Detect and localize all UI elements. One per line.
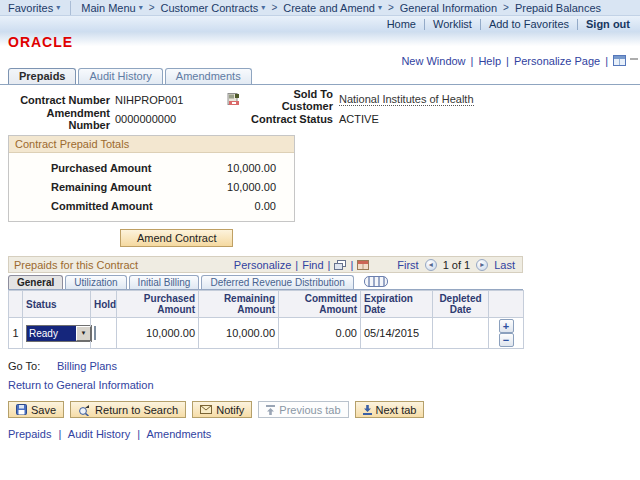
breadcrumb-prepaid-balances[interactable]: Prepaid Balances (515, 2, 601, 14)
return-to-search-label: Return to Search (95, 404, 178, 416)
scrollbar-artifact (630, 58, 638, 60)
worklist-link[interactable]: Worklist (433, 18, 472, 30)
breadcrumb-general-information[interactable]: General Information (400, 2, 497, 14)
amend-contract-button[interactable]: Amend Contract (120, 229, 233, 247)
col-purchased-amount: Purchased Amount (117, 291, 199, 318)
delete-row-button[interactable]: − (499, 333, 514, 347)
remaining-amount-value: 10,000.00 (227, 181, 276, 193)
subtab-initial-billing[interactable]: Initial Billing (129, 275, 200, 289)
billing-plans-link[interactable]: Billing Plans (57, 360, 117, 372)
add-to-favorites-link[interactable]: Add to Favorites (489, 18, 569, 30)
subtab-utilization[interactable]: Utilization (65, 275, 126, 289)
dropdown-arrow-icon[interactable]: ▼ (76, 326, 91, 341)
divider (577, 19, 578, 30)
contract-status-value: ACTIVE (339, 113, 379, 125)
footer-amendments-link[interactable]: Amendments (147, 428, 212, 440)
notify-button[interactable]: Notify (192, 401, 252, 418)
contract-summary-icon[interactable] (227, 93, 241, 106)
purchased-cell: 10,000.00 (117, 318, 199, 349)
favorites-label: Favorites (8, 2, 53, 14)
breadcrumb-separator: > (503, 2, 509, 13)
amendment-number-value: 0000000000 (115, 113, 227, 125)
download-grid-icon[interactable] (357, 260, 369, 270)
chevron-down-icon: ▾ (56, 3, 60, 12)
previous-tab-button[interactable]: Previous tab (258, 401, 348, 418)
col-depleted-date: Depleted Date (433, 291, 489, 318)
grid-title: Prepaids for this Contract (14, 259, 138, 271)
home-link[interactable]: Home (387, 18, 416, 30)
show-all-columns-icon[interactable] (364, 276, 388, 287)
contract-status-label: Contract Status (245, 113, 333, 125)
sold-to-customer-link[interactable]: National Institutes of Health (339, 93, 474, 106)
amendment-number-label: Amendment Number (8, 107, 110, 131)
prepaids-grid-section: Prepaids for this Contract Personalize |… (8, 256, 523, 349)
help-link[interactable]: Help (478, 55, 501, 67)
grid-subtabs: General Utilization Initial Billing Defe… (8, 273, 523, 290)
row-number: 1 (9, 318, 23, 349)
personalize-layout-icon[interactable] (613, 55, 626, 66)
footer-audit-history-link[interactable]: Audit History (68, 428, 130, 440)
committed-amount-value: 0.00 (255, 200, 276, 212)
favorites-menu[interactable]: Favorites ▾ (8, 2, 60, 14)
page-indicator: 1 of 1 (443, 259, 471, 271)
personalize-link[interactable]: Personalize (234, 259, 291, 271)
breadcrumb-main-menu[interactable]: Main Menu ▾ (81, 2, 142, 14)
previous-row-icon[interactable]: ◂ (425, 259, 437, 271)
return-to-search-icon (78, 404, 91, 416)
col-expiration-date: Expiration Date (361, 291, 433, 318)
breadcrumb: Favorites ▾ Main Menu ▾ > Customer Contr… (0, 0, 640, 16)
col-status: Status (23, 291, 91, 318)
sign-out-link[interactable]: Sign out (586, 18, 630, 30)
group-box-title: Contract Prepaid Totals (9, 136, 294, 153)
tab-audit-history[interactable]: Audit History (78, 68, 162, 84)
go-to-label: Go To: (8, 360, 57, 372)
breadcrumb-label: Create and Amend (283, 2, 375, 14)
page-links-bar: New Window | Help | Personalize Page | (0, 53, 640, 68)
breadcrumb-separator: > (149, 2, 155, 13)
page-tabs: Prepaids Audit History Amendments (0, 68, 640, 85)
save-button[interactable]: Save (8, 401, 64, 418)
footer-prepaids-link[interactable]: Prepaids (8, 428, 51, 440)
add-row-button[interactable]: + (499, 319, 514, 333)
save-label: Save (31, 404, 56, 416)
first-link[interactable]: First (397, 259, 418, 271)
status-selected-value: Ready (27, 326, 76, 341)
contract-prepaid-totals-box: Contract Prepaid Totals Purchased Amount… (8, 135, 295, 222)
spacer (227, 112, 241, 125)
personalize-page-link[interactable]: Personalize Page (514, 55, 600, 67)
last-link[interactable]: Last (494, 259, 515, 271)
return-to-search-button[interactable]: Return to Search (70, 401, 186, 418)
return-to-general-information-link[interactable]: Return to General Information (8, 379, 154, 391)
col-hold: Hold (91, 291, 117, 318)
divider: | (137, 428, 140, 440)
col-actions (489, 291, 524, 318)
find-link[interactable]: Find (302, 259, 323, 271)
footer-links: Prepaids | Audit History | Amendments (8, 428, 632, 440)
remaining-cell: 10,000.00 (199, 318, 279, 349)
next-tab-label: Next tab (376, 404, 417, 416)
breadcrumb-customer-contracts[interactable]: Customer Contracts ▾ (161, 2, 266, 14)
breadcrumb-create-and-amend[interactable]: Create and Amend ▾ (283, 2, 382, 14)
contract-number-value: NIHPROP001 (115, 94, 227, 106)
status-select[interactable]: Ready ▼ (26, 325, 92, 342)
breadcrumb-divider (70, 1, 71, 15)
tab-amendments[interactable]: Amendments (165, 68, 252, 84)
purchased-amount-value: 10,000.00 (227, 162, 276, 174)
divider: | (295, 259, 298, 271)
popup-window-icon[interactable] (334, 260, 346, 270)
committed-cell: 0.00 (279, 318, 361, 349)
next-tab-button[interactable]: Next tab (355, 401, 425, 418)
subtab-general[interactable]: General (8, 275, 63, 289)
new-window-link[interactable]: New Window (401, 55, 465, 67)
subtab-deferred-revenue-distribution[interactable]: Deferred Revenue Distribution (201, 275, 354, 289)
tab-prepaids[interactable]: Prepaids (8, 68, 76, 84)
row-number-header (9, 291, 23, 318)
next-row-icon[interactable]: ▸ (476, 259, 488, 271)
divider: | (350, 259, 353, 271)
sold-to-customer-label: Sold To Customer (245, 88, 333, 112)
chevron-down-icon: ▾ (261, 3, 265, 12)
prepaids-table: Status Hold Purchased Amount Remaining A… (8, 290, 524, 349)
previous-tab-label: Previous tab (279, 404, 340, 416)
page-toolbar: Save Return to Search Notify Previous ta… (8, 401, 632, 418)
hold-checkbox[interactable] (94, 326, 96, 340)
